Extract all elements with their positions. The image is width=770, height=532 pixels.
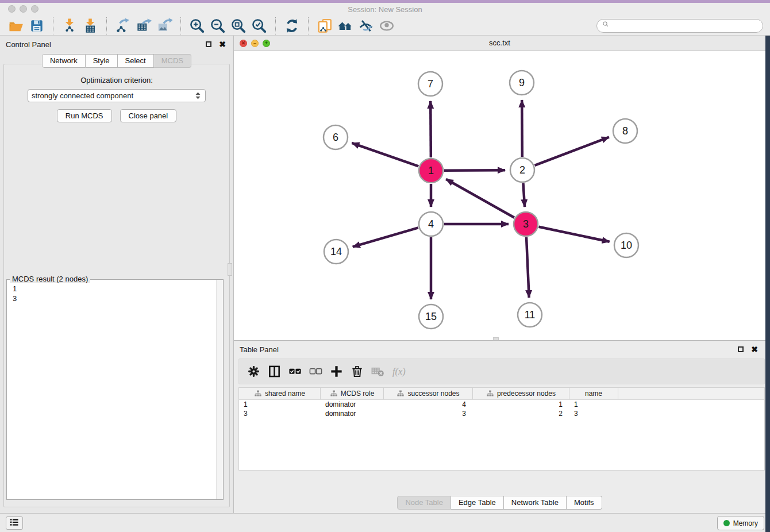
cell-successor-nodes[interactable]: 4 bbox=[384, 400, 473, 408]
graph-node-11[interactable]: 11 bbox=[518, 303, 542, 327]
window-zoom-button[interactable] bbox=[31, 5, 38, 13]
search-field[interactable] bbox=[596, 19, 763, 33]
add-icon bbox=[329, 364, 344, 379]
table-row[interactable]: 3dominator323 bbox=[239, 409, 764, 418]
graph-node-9[interactable]: 9 bbox=[510, 71, 534, 95]
show-hidden-button bbox=[376, 17, 397, 35]
column-header-label: name bbox=[585, 390, 602, 398]
cell-MCDS-role[interactable]: dominator bbox=[321, 400, 384, 408]
table-settings-button[interactable] bbox=[245, 363, 262, 380]
clone-network-button[interactable] bbox=[314, 17, 335, 35]
cell-successor-nodes[interactable]: 3 bbox=[384, 410, 473, 418]
toolbar-separator bbox=[275, 17, 276, 34]
graph-node-6[interactable]: 6 bbox=[324, 125, 348, 149]
table-panel-close-button[interactable]: ✖ bbox=[749, 344, 760, 354]
column-tree-icon bbox=[254, 390, 262, 398]
zoom-in-icon bbox=[189, 18, 205, 34]
column-header-shared-name[interactable]: shared name bbox=[239, 388, 321, 399]
search-input[interactable] bbox=[610, 21, 758, 30]
control-panel-float-button[interactable] bbox=[203, 39, 214, 49]
control-panel-close-button[interactable]: ✖ bbox=[217, 39, 228, 49]
window-traffic-lights[interactable] bbox=[8, 5, 38, 13]
table-panel-float-button[interactable] bbox=[736, 344, 746, 354]
graph-edge-2-9[interactable] bbox=[522, 100, 522, 157]
zoom-fit-button[interactable] bbox=[228, 17, 249, 35]
graph-node-8[interactable]: 8 bbox=[613, 119, 637, 143]
column-header-name[interactable]: name bbox=[569, 388, 618, 399]
graph-node-4[interactable]: 4 bbox=[419, 212, 443, 236]
memory-button[interactable]: Memory bbox=[717, 516, 764, 530]
apply-layout-button[interactable] bbox=[282, 17, 302, 35]
import-table-button[interactable] bbox=[80, 17, 101, 35]
graph-edge-3-10[interactable] bbox=[539, 227, 610, 242]
window-close-button[interactable] bbox=[8, 5, 16, 13]
splitter-grip-vertical[interactable] bbox=[228, 263, 232, 276]
deselect-all-button[interactable] bbox=[307, 363, 324, 380]
mcds-result-scrollbar[interactable] bbox=[216, 280, 223, 499]
graph-edge-1-7[interactable] bbox=[430, 101, 431, 157]
tab-edge-table[interactable]: Edge Table bbox=[451, 496, 504, 510]
open-session-button[interactable] bbox=[6, 17, 26, 35]
column-header-successor-nodes[interactable]: successor nodes bbox=[384, 388, 473, 399]
network-view-window: ✕ – + scc.txt 7968124314101511 bbox=[234, 36, 765, 340]
network-zoom-button[interactable]: + bbox=[263, 40, 270, 47]
graph-edge-3-1[interactable] bbox=[446, 179, 514, 218]
cell-shared-name[interactable]: 1 bbox=[239, 400, 321, 408]
graph-edge-3-11[interactable] bbox=[526, 237, 529, 298]
graph-edge-4-14[interactable] bbox=[353, 228, 418, 246]
network-canvas[interactable]: 7968124314101511 bbox=[234, 51, 765, 340]
tab-select[interactable]: Select bbox=[118, 54, 154, 68]
zoom-in-button[interactable] bbox=[187, 17, 207, 35]
tab-node-table[interactable]: Node Table bbox=[397, 496, 451, 510]
column-tree-icon bbox=[486, 390, 494, 398]
tab-network-table[interactable]: Network Table bbox=[504, 496, 567, 510]
column-header-predecessor-nodes[interactable]: predecessor nodes bbox=[473, 388, 569, 399]
select-all-button[interactable] bbox=[286, 363, 303, 380]
network-close-button[interactable]: ✕ bbox=[240, 40, 247, 47]
cell-predecessor-nodes[interactable]: 1 bbox=[473, 400, 569, 408]
graph-edge-2-3[interactable] bbox=[523, 183, 525, 207]
cell-predecessor-nodes[interactable]: 2 bbox=[473, 410, 569, 418]
cell-name[interactable]: 3 bbox=[569, 410, 618, 418]
graph-node-10[interactable]: 10 bbox=[614, 233, 638, 257]
hide-selected-button[interactable] bbox=[356, 17, 376, 35]
graph-node-7[interactable]: 7 bbox=[418, 72, 442, 96]
split-pane-icon bbox=[267, 364, 282, 379]
clone-network-icon bbox=[317, 18, 333, 34]
cell-shared-name[interactable]: 3 bbox=[239, 410, 321, 418]
table-row[interactable]: 1dominator411 bbox=[239, 400, 764, 409]
tab-motifs[interactable]: Motifs bbox=[567, 496, 602, 510]
graph-node-2[interactable]: 2 bbox=[510, 158, 534, 182]
export-table-button[interactable] bbox=[133, 17, 154, 35]
import-network-button[interactable] bbox=[59, 17, 80, 35]
task-history-button[interactable] bbox=[6, 516, 23, 530]
zoom-out-button[interactable] bbox=[207, 17, 228, 35]
tab-style[interactable]: Style bbox=[86, 54, 118, 68]
first-neighbors-button[interactable] bbox=[335, 17, 356, 35]
graph-node-1[interactable]: 1 bbox=[419, 159, 443, 183]
close-panel-button[interactable]: Close panel bbox=[120, 109, 177, 122]
optimization-criterion-select[interactable]: strongly connected component bbox=[28, 89, 206, 102]
export-network-button[interactable] bbox=[113, 17, 133, 35]
toggle-panes-button[interactable] bbox=[265, 363, 283, 380]
zoom-selected-button[interactable] bbox=[249, 17, 270, 35]
column-header-MCDS-role[interactable]: MCDS role bbox=[321, 388, 384, 399]
tab-network[interactable]: Network bbox=[42, 54, 86, 68]
graph-edge-1-6[interactable] bbox=[352, 143, 418, 167]
export-image-button[interactable] bbox=[154, 17, 175, 35]
window-minimize-button[interactable] bbox=[20, 5, 27, 13]
graph-node-15[interactable]: 15 bbox=[419, 304, 443, 329]
tab-mcds[interactable]: MCDS bbox=[154, 54, 191, 68]
graph-node-14[interactable]: 14 bbox=[324, 240, 348, 264]
create-column-button[interactable] bbox=[328, 363, 345, 380]
network-minimize-button[interactable]: – bbox=[251, 40, 259, 47]
graph-edge-2-8[interactable] bbox=[535, 137, 609, 165]
node-label: 6 bbox=[333, 132, 338, 143]
delete-column-button[interactable] bbox=[348, 363, 365, 380]
save-session-button[interactable] bbox=[26, 17, 47, 35]
run-mcds-button[interactable]: Run MCDS bbox=[57, 109, 112, 122]
cell-name[interactable]: 1 bbox=[569, 400, 618, 408]
graph-edge-1-2[interactable] bbox=[444, 170, 505, 171]
cell-MCDS-role[interactable]: dominator bbox=[321, 410, 384, 418]
graph-node-3[interactable]: 3 bbox=[514, 212, 538, 236]
